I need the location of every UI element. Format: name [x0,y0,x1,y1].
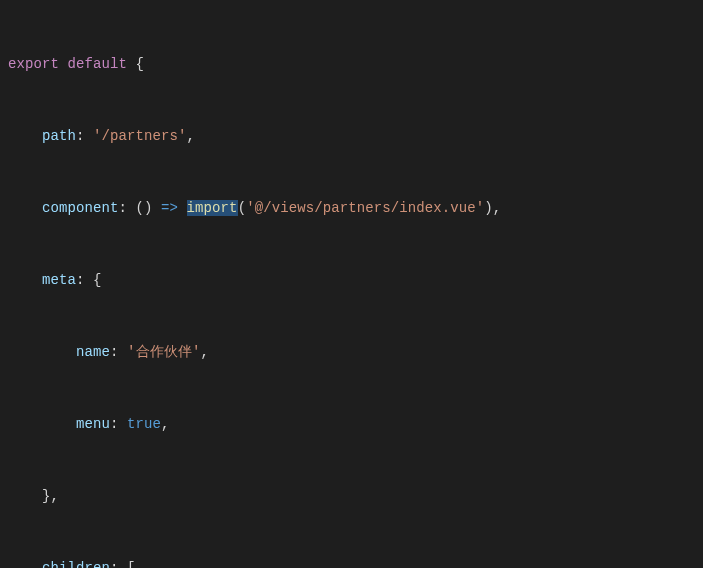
prop-key: name [76,344,110,360]
code-line: path: '/partners', [8,124,703,148]
brace: { [136,56,145,72]
code-line: export default { [8,52,703,76]
bool: true [127,416,161,432]
code-line: menu: true, [8,412,703,436]
string: '/partners' [93,128,187,144]
keyword-import: import [187,200,238,216]
prop-key: children [42,560,110,568]
prop-key: menu [76,416,110,432]
code-line: component: () => import('@/views/partner… [8,196,703,220]
keyword-default: default [68,56,128,72]
code-editor[interactable]: export default { path: '/partners', comp… [0,0,703,568]
keyword-export: export [8,56,59,72]
prop-key: component [42,200,119,216]
prop-key: meta [42,272,76,288]
string: '合作伙伴' [127,344,200,360]
string: '@/views/partners/index.vue' [246,200,484,216]
code-line: meta: { [8,268,703,292]
code-line: }, [8,484,703,508]
code-line: children: [ [8,556,703,568]
code-line: name: '合作伙伴', [8,340,703,364]
prop-key: path [42,128,76,144]
